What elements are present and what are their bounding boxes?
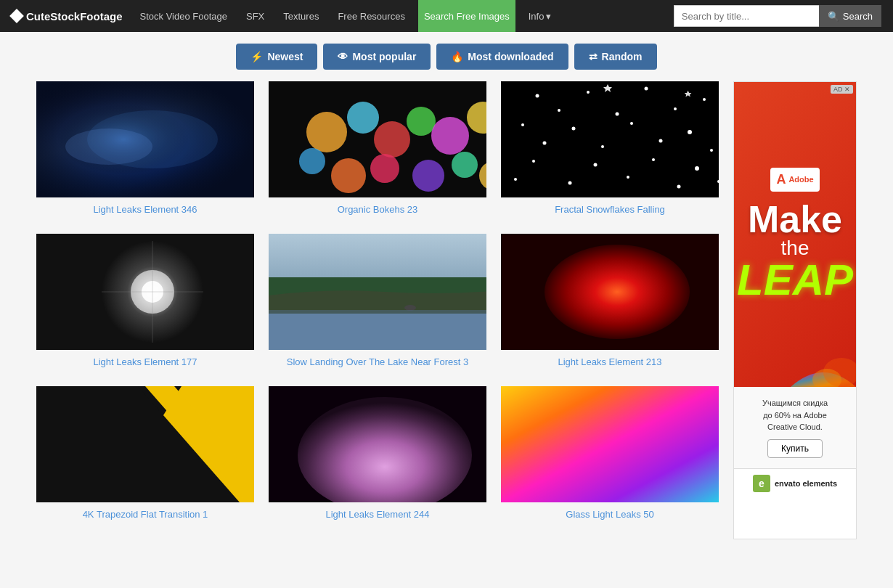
item-title-6[interactable]: Light Leaks Element 213: [501, 350, 719, 375]
filter-bar: ⚡ Newest 👁 Most popular 🔥 Most downloade…: [0, 32, 893, 81]
nav-free-resources[interactable]: Free Resources: [332, 0, 410, 32]
nav-search-free-images[interactable]: Search Free Images: [418, 0, 515, 32]
filter-newest[interactable]: ⚡ Newest: [236, 44, 317, 70]
svg-point-6: [374, 121, 410, 158]
filter-most-popular[interactable]: 👁 Most popular: [323, 44, 431, 70]
svg-point-17: [536, 94, 539, 98]
shuffle-icon: ⇄: [589, 51, 598, 62]
ad-buy-button[interactable]: Купить: [767, 439, 823, 458]
list-item: Light Leaks Element 177: [36, 234, 254, 375]
svg-point-4: [306, 112, 347, 152]
list-item: Light Leaks Element 244: [269, 386, 486, 527]
svg-point-19: [645, 87, 648, 91]
filter-newest-label: Newest: [267, 51, 303, 62]
ad-banner: AD ✕ A Adobe Make the LEAP: [734, 82, 856, 387]
item-title-3[interactable]: Fractal Snowflakes Falling: [501, 197, 719, 222]
svg-point-25: [521, 123, 524, 126]
svg-point-28: [688, 130, 692, 134]
sidebar-ad: AD ✕ A Adobe Make the LEAP: [733, 81, 857, 539]
nav-sfx[interactable]: SFX: [240, 0, 270, 32]
svg-point-2: [65, 128, 152, 165]
search-btn-label: Search: [843, 11, 873, 22]
adobe-logo: A Adobe: [770, 168, 819, 192]
item-title-5[interactable]: Slow Landing Over The Lake Near Forest 3: [269, 350, 486, 375]
search-button[interactable]: 🔍 Search: [819, 5, 881, 27]
nav-info-label: Info: [529, 11, 545, 22]
thumbnail-7[interactable]: [36, 386, 254, 502]
thumbnail-5[interactable]: [269, 234, 486, 350]
navbar: CuteStockFootage Stock Video Footage SFX…: [0, 0, 893, 32]
nav-textures[interactable]: Textures: [277, 0, 325, 32]
svg-point-5: [347, 102, 379, 134]
nav-stock-video[interactable]: Stock Video Footage: [134, 0, 233, 32]
svg-point-8: [431, 117, 469, 155]
list-item: Light Leaks Element 213: [501, 234, 719, 375]
ad-body-text: Учащимся скидка до 60% на Adobe Creative…: [743, 397, 847, 433]
svg-point-12: [370, 154, 399, 183]
thumbnail-2[interactable]: [269, 81, 486, 197]
svg-point-7: [407, 107, 436, 136]
thumbnail-4[interactable]: [36, 234, 254, 350]
thumbnail-3[interactable]: [501, 81, 719, 197]
adobe-label: Adobe: [788, 175, 813, 184]
list-item: Fractal Snowflakes Falling: [501, 81, 719, 222]
svg-point-30: [543, 142, 547, 145]
svg-point-40: [627, 176, 629, 179]
svg-point-33: [710, 149, 713, 152]
item-title-8[interactable]: Light Leaks Element 244: [269, 502, 486, 527]
list-item: Glass Light Leaks 50: [501, 386, 719, 527]
svg-point-35: [594, 163, 598, 167]
svg-point-24: [674, 107, 677, 110]
envato-logo-icon: e: [753, 475, 770, 492]
svg-point-26: [572, 127, 576, 131]
item-title-2[interactable]: Organic Bokehs 23: [269, 197, 486, 222]
nav-info[interactable]: Info ▾: [523, 11, 558, 22]
svg-point-37: [695, 166, 699, 171]
brand-logo[interactable]: CuteStockFootage: [12, 10, 123, 23]
eye-icon: 👁: [338, 51, 348, 62]
svg-point-36: [652, 158, 655, 161]
svg-point-57: [545, 245, 690, 339]
list-item: Organic Bokehs 23: [269, 81, 486, 222]
thumbnail-1[interactable]: [36, 81, 254, 197]
filter-most-popular-label: Most popular: [352, 51, 416, 62]
item-title-4[interactable]: Light Leaks Element 177: [36, 350, 254, 375]
svg-rect-55: [269, 310, 486, 350]
main-container: Light Leaks Element 346: [0, 81, 893, 554]
svg-point-34: [532, 160, 535, 163]
svg-point-23: [616, 113, 619, 116]
svg-point-18: [587, 91, 590, 94]
svg-point-31: [601, 145, 604, 148]
filter-random[interactable]: ⇄ Random: [574, 44, 657, 70]
ad-leap-text: LEAP: [737, 258, 853, 302]
svg-point-32: [659, 139, 663, 143]
svg-point-10: [299, 148, 325, 174]
svg-rect-65: [501, 386, 719, 502]
item-title-9[interactable]: Glass Light Leaks 50: [501, 502, 719, 527]
flame-icon: 🔥: [451, 51, 463, 62]
thumbnail-9[interactable]: [501, 386, 719, 502]
chevron-down-icon: ▾: [546, 11, 551, 22]
svg-point-20: [703, 98, 706, 101]
svg-point-22: [558, 109, 560, 112]
list-item: Slow Landing Over The Lake Near Forest 3: [269, 234, 486, 375]
item-title-7[interactable]: 4K Trapezoid Flat Transition 1: [36, 502, 254, 527]
brand-name: CuteStockFootage: [26, 10, 123, 23]
svg-point-54: [404, 305, 416, 311]
list-item: 4K Trapezoid Flat Transition 1: [36, 386, 254, 527]
svg-point-27: [630, 122, 633, 125]
logo-diamond-icon: [9, 9, 24, 23]
svg-point-11: [331, 158, 366, 193]
filter-most-downloaded[interactable]: 🔥 Most downloaded: [436, 44, 568, 70]
bolt-icon: ⚡: [250, 51, 263, 62]
thumbnail-8[interactable]: [269, 386, 486, 502]
ad-make-text: Make: [748, 200, 842, 238]
list-item: Light Leaks Element 346: [36, 81, 254, 222]
svg-point-38: [514, 178, 517, 181]
svg-point-39: [568, 181, 572, 185]
envato-banner[interactable]: e envato elements: [734, 468, 856, 498]
thumbnail-6[interactable]: [501, 234, 719, 350]
item-title-1[interactable]: Light Leaks Element 346: [36, 197, 254, 222]
search-input[interactable]: [674, 5, 819, 27]
search-icon: 🔍: [828, 11, 839, 22]
